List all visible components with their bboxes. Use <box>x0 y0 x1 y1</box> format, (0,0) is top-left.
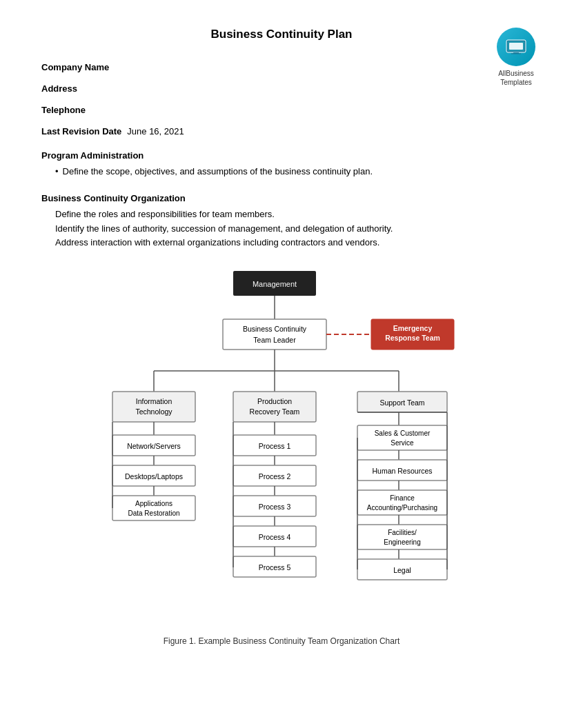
svg-text:Accounting/Purchasing: Accounting/Purchasing <box>367 504 437 512</box>
last-revision-label: Last Revision Date <box>41 126 121 136</box>
svg-text:Human Resources: Human Resources <box>373 467 433 475</box>
svg-rect-4 <box>511 53 521 54</box>
svg-rect-37 <box>233 392 316 422</box>
program-admin-content: Define the scope, objectives, and assump… <box>55 165 522 179</box>
bco-line3: Address interaction with external organi… <box>55 236 522 250</box>
svg-text:Technology: Technology <box>135 407 172 416</box>
svg-text:Service: Service <box>391 439 414 447</box>
telephone-field: Telephone <box>41 105 522 115</box>
bco-line1: Define the roles and responsibilities fo… <box>55 208 522 222</box>
logo-text: AllBusiness Templates <box>497 69 535 87</box>
svg-rect-20 <box>112 392 195 422</box>
svg-text:Network/Servers: Network/Servers <box>127 442 181 450</box>
telephone-label: Telephone <box>41 105 86 115</box>
svg-text:Response Team: Response Team <box>385 334 440 342</box>
svg-text:Team Leader: Team Leader <box>253 336 296 344</box>
bco-title: Business Continuity Organization <box>41 193 522 203</box>
svg-text:Sales & Customer: Sales & Customer <box>375 429 431 437</box>
svg-text:Process 1: Process 1 <box>259 442 291 450</box>
program-admin-bullet: Define the scope, objectives, and assump… <box>55 166 373 176</box>
svg-text:Desktops/Laptops: Desktops/Laptops <box>125 472 183 481</box>
org-chart: Management Business Continuity Team Lead… <box>41 264 522 623</box>
last-revision-value: June 16, 2021 <box>127 126 184 136</box>
address-field: Address <box>41 83 522 94</box>
svg-text:Applications: Applications <box>135 500 172 507</box>
page-title: Business Continuity Plan <box>41 28 522 41</box>
company-name-field: Company Name <box>41 62 522 72</box>
bco-line2: Identify the lines of authority, success… <box>55 222 522 236</box>
logo-icon <box>506 37 526 57</box>
svg-text:Recovery Team: Recovery Team <box>250 407 300 416</box>
last-revision-field: Last Revision Date June 16, 2021 <box>41 126 522 136</box>
svg-text:Engineering: Engineering <box>384 538 420 546</box>
svg-text:Process 2: Process 2 <box>259 472 291 481</box>
svg-text:Business Continuity: Business Continuity <box>243 325 307 333</box>
org-chart-svg: Management Business Continuity Team Lead… <box>47 264 516 623</box>
bco-content: Define the roles and responsibilities fo… <box>55 208 522 250</box>
svg-text:Emergency: Emergency <box>393 324 433 332</box>
program-admin-title: Program Administration <box>41 150 522 161</box>
svg-text:Facilities/: Facilities/ <box>388 529 417 536</box>
logo-circle <box>497 28 535 66</box>
svg-text:Process 5: Process 5 <box>259 563 291 572</box>
svg-text:Production: Production <box>257 397 292 405</box>
svg-text:Process 3: Process 3 <box>259 503 291 511</box>
svg-text:Legal: Legal <box>393 566 411 574</box>
svg-rect-2 <box>509 43 523 50</box>
address-label: Address <box>41 83 77 94</box>
svg-text:Data Restoration: Data Restoration <box>128 509 179 517</box>
figure-caption: Figure 1. Example Business Continuity Te… <box>41 636 522 646</box>
company-name-label: Company Name <box>41 62 109 72</box>
svg-text:Management: Management <box>253 280 297 288</box>
svg-text:Support Team: Support Team <box>379 398 424 407</box>
logo: AllBusiness Templates <box>497 28 535 87</box>
svg-text:Process 4: Process 4 <box>259 533 291 541</box>
svg-text:Finance: Finance <box>390 494 415 502</box>
svg-rect-8 <box>223 319 326 350</box>
svg-text:Information: Information <box>136 397 172 405</box>
